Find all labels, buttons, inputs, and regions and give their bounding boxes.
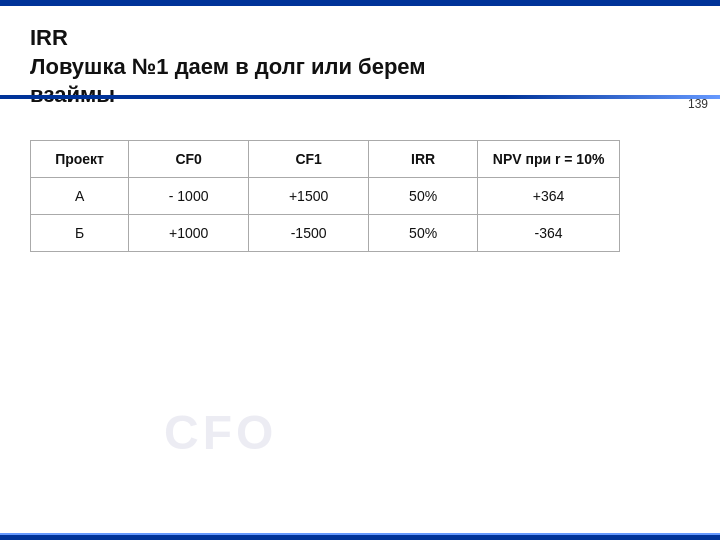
- cfo-watermark: CFO: [164, 405, 277, 460]
- table-cell-r1-c1: +1000: [129, 215, 249, 252]
- table-cell-r1-c2: -1500: [249, 215, 369, 252]
- content-area: Проект CF0 CF1 IRR NPV при r = 10% А- 10…: [30, 110, 690, 252]
- title-line2: Ловушка №1 даем в долг или берем: [30, 53, 690, 82]
- table-row: Б+1000-150050%-364: [31, 215, 620, 252]
- divider-bar: [0, 95, 720, 99]
- table-cell-r0-c1: - 1000: [129, 178, 249, 215]
- col-header-cf1: CF1: [249, 141, 369, 178]
- table-cell-r0-c3: 50%: [369, 178, 478, 215]
- table-cell-r0-c0: А: [31, 178, 129, 215]
- table-cell-r0-c2: +1500: [249, 178, 369, 215]
- col-header-npv: NPV при r = 10%: [478, 141, 620, 178]
- table-cell-r1-c0: Б: [31, 215, 129, 252]
- col-header-cf0: CF0: [129, 141, 249, 178]
- table-row: А- 1000+150050%+364: [31, 178, 620, 215]
- table-cell-r1-c3: 50%: [369, 215, 478, 252]
- bottom-bar: [0, 535, 720, 540]
- page-number: 139: [688, 97, 708, 111]
- table-cell-r1-c4: -364: [478, 215, 620, 252]
- col-header-project: Проект: [31, 141, 129, 178]
- table-header-row: Проект CF0 CF1 IRR NPV при r = 10%: [31, 141, 620, 178]
- title-line1: IRR: [30, 24, 690, 53]
- irr-table: Проект CF0 CF1 IRR NPV при r = 10% А- 10…: [30, 140, 620, 252]
- col-header-irr: IRR: [369, 141, 478, 178]
- table-cell-r0-c4: +364: [478, 178, 620, 215]
